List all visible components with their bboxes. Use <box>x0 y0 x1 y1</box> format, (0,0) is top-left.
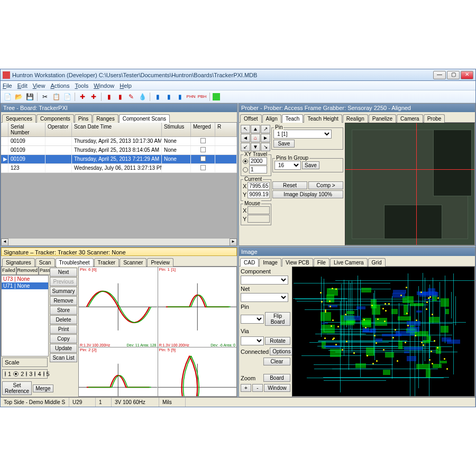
tab-image[interactable]: Image <box>259 258 281 267</box>
tab-teach-height[interactable]: Teach Height <box>304 114 342 123</box>
tb-b2[interactable]: ▮ <box>164 92 173 102</box>
scale-3[interactable] <box>26 371 27 377</box>
arrow-s[interactable]: ▼ <box>251 143 260 151</box>
tab-realign[interactable]: Realign <box>343 114 368 123</box>
tb-b1[interactable]: ▮ <box>153 92 162 102</box>
table-row[interactable]: ▶00109Thursday, April 25, 2013 7:21:29 A… <box>1 155 237 164</box>
scale-2[interactable] <box>13 371 19 377</box>
scale-1[interactable] <box>5 371 6 377</box>
summary-button[interactable]: Summary <box>50 287 77 296</box>
tab-offset[interactable]: Offset <box>240 114 262 123</box>
tab-tracker[interactable]: Tracker <box>94 258 120 267</box>
tab-file[interactable]: File <box>314 258 329 267</box>
signature-cell[interactable]: Pin: 2 [2]R:1.3V 100 200HzDev: -6 Area: … <box>79 347 158 397</box>
store-button[interactable]: Store <box>50 306 77 315</box>
reset-button[interactable]: Reset <box>272 181 307 189</box>
tb-drop[interactable]: 💧 <box>138 92 147 102</box>
xytravel-b[interactable] <box>249 166 267 173</box>
col-serial[interactable]: Serial Number <box>8 123 45 136</box>
list-item[interactable]: U71 | None <box>2 282 48 289</box>
tab-component-scans[interactable]: Component Scans <box>119 114 170 123</box>
xy-radio-a[interactable] <box>243 159 248 164</box>
tab-sequences[interactable]: Sequences <box>2 114 36 123</box>
minimize-button[interactable]: — <box>433 71 446 79</box>
tb-copy[interactable]: 📋 <box>51 92 61 102</box>
copy-button[interactable]: Copy <box>50 334 77 343</box>
arrow-ne[interactable]: ↗ <box>261 125 270 133</box>
scale-5[interactable] <box>43 371 44 377</box>
tb-pbh[interactable]: PBH <box>197 92 207 102</box>
set-reference-button[interactable]: Set Reference <box>2 381 32 395</box>
tab-grid[interactable]: Grid <box>368 258 386 267</box>
zoom-out-button[interactable]: - <box>252 384 263 392</box>
tab-align[interactable]: Align <box>262 114 281 123</box>
grid-body[interactable]: 00109Thursday, April 25, 2013 10:17:30 A… <box>1 137 237 238</box>
options-button[interactable]: Options <box>270 347 293 355</box>
col-operator[interactable]: Operator <box>45 123 72 136</box>
component-select[interactable] <box>241 276 288 285</box>
xy-radio-b[interactable] <box>243 167 248 172</box>
tb-pen[interactable]: ✎ <box>126 92 136 102</box>
flip-board-button[interactable]: Flip Board <box>265 312 290 326</box>
tb-r1[interactable]: ▮ <box>104 92 114 102</box>
tb-save[interactable]: 💾 <box>25 92 34 102</box>
tb-r2[interactable]: ▮ <box>115 92 125 102</box>
tb-b3[interactable]: ▮ <box>175 92 185 102</box>
tab-scanner[interactable]: Scanner <box>120 258 147 267</box>
tab-panelize[interactable]: Panelize <box>369 114 396 123</box>
tb-cut[interactable]: ✂ <box>40 92 50 102</box>
list-item[interactable]: U73 | None <box>2 276 48 282</box>
tab-scan[interactable]: Scan <box>35 258 55 267</box>
tab-failed[interactable]: Failed <box>1 267 16 275</box>
tab-components[interactable]: Components <box>36 114 74 123</box>
tb-open[interactable]: 📂 <box>14 92 23 102</box>
maximize-button[interactable]: ▢ <box>447 71 460 79</box>
tab-cad[interactable]: CAD <box>240 258 259 267</box>
close-button[interactable]: ✕ <box>461 71 473 79</box>
tab-troublesheet[interactable]: Troublesheet <box>56 258 94 267</box>
comp-button[interactable]: Comp > <box>308 181 343 189</box>
table-row[interactable]: 00109Thursday, April 25, 2013 8:14:05 AM… <box>1 146 237 155</box>
via-select[interactable] <box>241 336 264 345</box>
current-y[interactable] <box>248 190 270 198</box>
col-merged[interactable]: Merged <box>191 123 215 136</box>
arrow-sw[interactable]: ↙ <box>241 143 250 151</box>
rotate-button[interactable]: Rotate <box>265 337 290 345</box>
menu-file[interactable]: File <box>3 83 12 89</box>
tb-paste[interactable]: 📄 <box>62 92 72 102</box>
pig-save[interactable]: Save <box>302 161 319 169</box>
col-r[interactable]: R <box>215 123 237 136</box>
scale-4[interactable] <box>34 371 35 377</box>
tab-signatures[interactable]: Signatures <box>2 258 35 267</box>
failed-list[interactable]: U73 | None U71 | None <box>1 275 49 356</box>
tab-removed[interactable]: Removed <box>16 267 39 275</box>
menu-help[interactable]: Help <box>120 83 132 89</box>
tb-green[interactable] <box>213 93 220 100</box>
tab-teach[interactable]: Teach <box>282 114 304 123</box>
arrow-e[interactable]: ► <box>261 134 270 142</box>
img-display-button[interactable]: Image Display 100% <box>272 190 343 198</box>
previous-button[interactable]: Previous <box>50 277 77 286</box>
pins-in-group[interactable]: 16 <box>274 161 301 170</box>
tb-plus[interactable]: ✚ <box>78 92 87 102</box>
menu-actions[interactable]: Actions <box>50 83 69 89</box>
pin-select2[interactable] <box>241 315 264 324</box>
zoom-in-button[interactable]: + <box>241 384 251 392</box>
delete-button[interactable]: Delete <box>50 315 77 324</box>
cad-view[interactable] <box>292 267 475 397</box>
menu-window[interactable]: Window <box>94 83 114 89</box>
menu-edit[interactable]: Edit <box>17 83 28 89</box>
print-button[interactable]: Print <box>50 325 77 334</box>
menu-tools[interactable]: Tools <box>75 83 88 89</box>
tb-phn[interactable]: PHN <box>186 92 196 102</box>
scroll-right[interactable]: ► <box>230 239 237 246</box>
xytravel-a[interactable] <box>249 157 267 165</box>
table-row[interactable]: 00109Thursday, April 25, 2013 10:17:30 A… <box>1 137 237 146</box>
tab-viewpcb[interactable]: View PCB <box>282 258 313 267</box>
h-scrollbar[interactable]: ◄ ► <box>1 238 237 245</box>
signature-cell[interactable]: Pin: 6 [6]R:1.3V 100 200HzDev: 11 Area: … <box>79 267 158 347</box>
tab-camera[interactable]: Camera <box>397 114 423 123</box>
tab-pins[interactable]: Pins <box>75 114 92 123</box>
col-stimulus[interactable]: Stimulus <box>162 123 191 136</box>
table-row[interactable]: 123Wednesday, July 06, 2011 3:27:13 PM <box>1 164 237 173</box>
